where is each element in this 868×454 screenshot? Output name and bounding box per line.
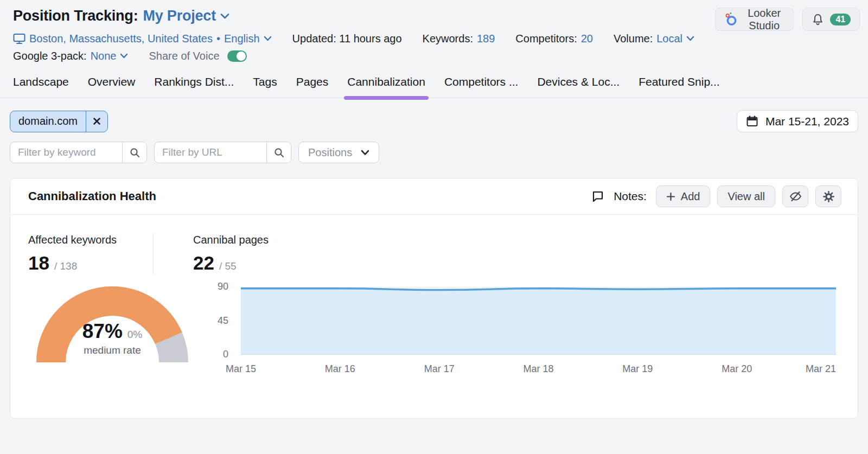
topbar-left: Position Tracking: My Project Boston, Ma… [13, 8, 715, 62]
x-tick-label: Mar 19 [622, 363, 653, 375]
competitors-stat: Competitors: 20 [515, 33, 593, 45]
positions-dropdown[interactable]: Positions [298, 142, 379, 163]
url-search-button[interactable] [266, 142, 291, 163]
affected-keywords-label: Affected keywords [28, 234, 153, 246]
cannibal-pages-value: 22 [193, 252, 214, 274]
y-tick-label: 45 [218, 315, 228, 327]
bell-icon [812, 13, 824, 26]
keyword-filter-input[interactable] [10, 142, 122, 163]
keywords-label: Keywords: [423, 33, 473, 45]
chevron-down-icon [220, 13, 229, 20]
competitors-value[interactable]: 20 [581, 33, 593, 45]
url-filter-input[interactable] [155, 142, 266, 163]
remove-domain-chip-button[interactable] [86, 111, 107, 132]
notes-label: Notes: [614, 190, 647, 203]
y-tick-label: 0 [223, 349, 228, 360]
y-tick-label: 90 [218, 281, 228, 292]
tab-rankings-distribution[interactable]: Rankings Dist... [154, 75, 234, 98]
affected-keywords-total: / 138 [54, 260, 77, 272]
tab-landscape[interactable]: Landscape [13, 75, 69, 98]
share-of-voice-control: Share of Voice [149, 50, 246, 62]
notifications-button[interactable]: 41 [802, 8, 860, 31]
x-tick-label: Mar 16 [325, 363, 355, 375]
tab-bar: Landscape Overview Rankings Dist... Tags… [0, 75, 868, 98]
keyword-filter-group [10, 142, 147, 163]
looker-studio-icon [724, 12, 738, 27]
tab-pages[interactable]: Pages [296, 75, 329, 98]
trend-area [241, 289, 836, 355]
cannibal-pages-stat: Cannibal pages 22 / 55 [173, 234, 269, 274]
project-name: My Project [143, 8, 216, 24]
calendar-icon [746, 115, 758, 127]
cannibal-pages-label: Cannibal pages [193, 234, 269, 246]
competitors-label: Competitors: [515, 33, 577, 45]
updated-status: Updated: 11 hours ago [292, 33, 402, 45]
positions-dropdown-label: Positions [308, 146, 352, 159]
health-trend-chart: 90450 Mar 15Mar 16Mar 17Mar 18Mar 19Mar … [188, 287, 836, 376]
affected-keywords-stat: Affected keywords 18 / 138 [28, 234, 153, 274]
health-gauge: 87% 0% medium rate [36, 285, 188, 366]
card-body: Affected keywords 18 / 138 Cannibal page… [10, 215, 858, 376]
notifications-count-badge: 41 [830, 14, 851, 25]
meta-row-2: Google 3-pack: None Share of Voice [13, 50, 715, 62]
hide-widget-button[interactable] [782, 186, 808, 207]
tab-devices-locations[interactable]: Devices & Loc... [537, 75, 620, 98]
volume-label: Volume: [614, 33, 653, 45]
share-of-voice-toggle[interactable] [227, 50, 247, 62]
x-tick-label: Mar 15 [226, 363, 256, 375]
toggle-knob [237, 52, 246, 61]
stats-row: Affected keywords 18 / 138 Cannibal page… [28, 234, 836, 274]
eye-off-icon [789, 190, 802, 202]
x-tick-label: Mar 17 [424, 363, 455, 375]
gauge-percent: 87% [82, 320, 123, 343]
gauge-delta: 0% [127, 329, 142, 341]
tab-competitors[interactable]: Competitors ... [444, 75, 519, 98]
keyword-search-button[interactable] [122, 142, 146, 163]
add-note-label: Add [681, 190, 700, 203]
tab-cannibalization[interactable]: Cannibalization [347, 75, 425, 98]
y-axis-labels: 90450 [188, 287, 241, 355]
date-range-picker[interactable]: Mar 15-21, 2023 [737, 110, 858, 132]
cannibalization-health-card: Cannibalization Health Notes: Add View a… [10, 178, 858, 419]
tab-tags[interactable]: Tags [253, 75, 277, 98]
card-header-actions: Notes: Add View all [591, 186, 841, 207]
search-icon [129, 147, 141, 158]
affected-keywords-value: 18 [28, 252, 49, 274]
location-text: Boston, Massachusetts, United States [29, 33, 213, 45]
google-3pack-label: Google 3-pack: [13, 50, 87, 62]
page-title-text: Position Tracking: [13, 8, 138, 24]
topbar: Position Tracking: My Project Boston, Ma… [0, 0, 868, 62]
google-3pack-selector[interactable]: Google 3-pack: None [13, 50, 128, 62]
domain-chip-label: domain.com [10, 111, 86, 132]
add-note-button[interactable]: Add [656, 186, 711, 207]
project-selector[interactable]: My Project [143, 8, 229, 24]
url-filter-group [154, 142, 291, 163]
gear-icon [822, 190, 835, 203]
tab-featured-snippets[interactable]: Featured Snip... [639, 75, 719, 98]
date-range-label: Mar 15-21, 2023 [765, 115, 849, 128]
looker-studio-button[interactable]: Looker Studio [715, 8, 794, 31]
volume-selector[interactable]: Volume: Local [614, 33, 694, 45]
page-title: Position Tracking: My Project [13, 8, 715, 24]
chevron-down-icon [361, 150, 369, 156]
view-all-notes-button[interactable]: View all [717, 186, 775, 207]
chevron-down-icon [264, 36, 272, 42]
x-tick-label: Mar 21 [806, 363, 836, 375]
chevron-down-icon [120, 53, 128, 59]
cannibal-pages-total: / 55 [219, 260, 237, 272]
topbar-actions: Looker Studio 41 [715, 8, 868, 62]
meta-row-1: Boston, Massachusetts, United States • E… [13, 33, 715, 45]
notes-icon [591, 190, 604, 203]
card-header: Cannibalization Health Notes: Add View a… [10, 178, 858, 215]
gauge-text: 87% 0% medium rate [36, 320, 188, 356]
domain-filter-chip[interactable]: domain.com [10, 111, 108, 132]
google-3pack-value: None [91, 50, 117, 62]
filter-chip-row: domain.com Mar 15-21, 2023 [10, 110, 858, 132]
tab-overview[interactable]: Overview [88, 75, 136, 98]
share-of-voice-label: Share of Voice [149, 50, 219, 62]
keywords-value[interactable]: 189 [477, 33, 495, 45]
location-language-separator: • [216, 33, 220, 45]
widget-settings-button[interactable] [815, 186, 841, 207]
location-selector[interactable]: Boston, Massachusetts, United States • E… [13, 33, 272, 45]
x-axis-baseline [241, 354, 836, 355]
